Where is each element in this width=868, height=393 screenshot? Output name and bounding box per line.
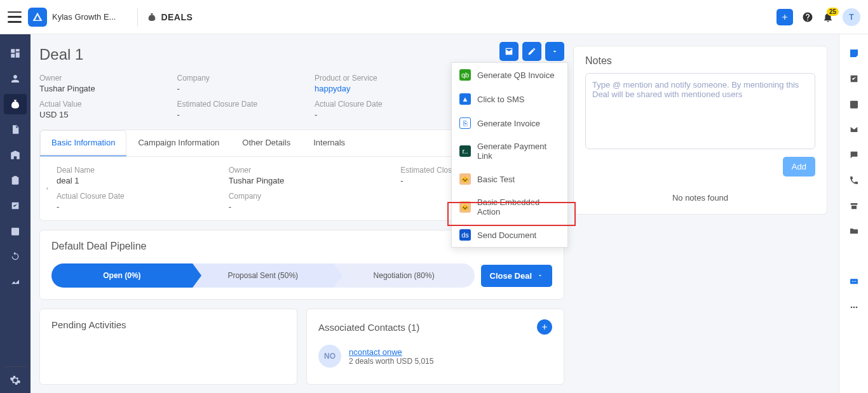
download-icon	[850, 252, 858, 261]
sidebar-dashboard[interactable]	[4, 43, 27, 63]
rs-chat[interactable]	[844, 145, 864, 165]
field-label: Company	[177, 74, 290, 83]
email-button[interactable]	[499, 42, 519, 61]
separator	[137, 8, 138, 26]
user-avatar[interactable]: T	[843, 8, 860, 26]
rs-email[interactable]	[844, 119, 864, 140]
pipeline-stage[interactable]: Open (0%)	[51, 263, 193, 288]
field-label: Actual Value	[39, 100, 152, 109]
caret-down-icon	[551, 48, 559, 55]
right-sidebar	[839, 34, 868, 393]
svg-point-4	[850, 307, 852, 309]
more-icon	[849, 302, 859, 312]
sidebar-documents[interactable]	[4, 119, 27, 140]
rs-sms[interactable]	[844, 272, 864, 292]
money-bag-icon	[147, 12, 157, 22]
dropdown-item-label: Send Document	[477, 230, 536, 240]
product-link[interactable]: happyday	[315, 84, 427, 93]
help-button[interactable]	[802, 11, 813, 23]
global-add-button[interactable]	[776, 9, 793, 25]
rs-call[interactable]	[844, 170, 864, 190]
field-value: -	[57, 202, 203, 211]
svg-point-3	[855, 281, 856, 283]
phone-icon	[849, 175, 859, 185]
checkbox-icon	[849, 74, 859, 84]
dropdown-item[interactable]: 🐱Basic Embedded Action	[452, 191, 567, 223]
pipeline-stage[interactable]: Proposal Sent (50%)	[193, 263, 334, 288]
brand-logo[interactable]	[28, 8, 47, 27]
edit-button[interactable]	[522, 42, 541, 61]
sidebar-clipboard[interactable]	[4, 170, 27, 190]
add-contact-button[interactable]	[537, 319, 552, 335]
contact-subtext: 2 deals worth USD 5,015	[349, 357, 433, 366]
dropdown-item-icon: ⎘	[459, 117, 471, 129]
notes-title: Notes	[574, 46, 827, 73]
sidebar-sync[interactable]	[4, 246, 27, 267]
field-label: Deal Name	[57, 166, 203, 175]
tab-prev-button[interactable]	[44, 183, 50, 194]
field-label: Estimated Closure Date	[177, 100, 290, 109]
hamburger-menu[interactable]	[8, 11, 22, 23]
dropdown-item[interactable]: 🐱Basic Test	[452, 167, 567, 191]
pipeline-stage[interactable]: Negotiation (80%)	[334, 263, 475, 288]
dropdown-item[interactable]: qbGenerate QB Invoice	[452, 63, 567, 87]
notifications-button[interactable]: 25	[822, 11, 834, 23]
file-icon	[10, 124, 20, 135]
rs-badge[interactable]	[844, 196, 864, 216]
field-label: Owner	[229, 166, 376, 175]
svg-point-2	[853, 281, 855, 283]
contact-name-link[interactable]: ncontact onwe	[349, 347, 433, 357]
money-bag-icon	[10, 98, 21, 110]
dropdown-item-icon: ▲	[459, 93, 471, 105]
chevron-left-icon	[44, 183, 50, 194]
rs-more[interactable]	[844, 297, 864, 317]
associated-contacts-title: Associated Contacts (1)	[318, 322, 419, 333]
folder-icon	[849, 226, 859, 236]
field-value: -	[315, 110, 427, 119]
dropdown-item[interactable]: dsSend Document	[452, 223, 567, 247]
building-icon	[10, 149, 21, 161]
notification-badge: 25	[827, 8, 839, 16]
sidebar-companies[interactable]	[4, 145, 27, 165]
tab-other-details[interactable]: Other Details	[231, 130, 302, 156]
caret-down-icon	[537, 272, 543, 279]
sidebar-contacts[interactable]	[4, 69, 27, 89]
breadcrumb[interactable]: DEALS	[147, 10, 193, 25]
rs-tasks[interactable]	[844, 69, 864, 89]
help-icon	[802, 11, 813, 23]
pencil-icon	[527, 47, 536, 56]
notes-add-button[interactable]: Add	[783, 157, 815, 177]
dropdown-item[interactable]: ▲Click to SMS	[452, 87, 567, 111]
pending-activities-title: Pending Activities	[40, 309, 297, 340]
sidebar-settings[interactable]	[4, 366, 27, 387]
dropdown-item-icon: qb	[459, 69, 471, 81]
sidebar-deals[interactable]	[4, 94, 27, 114]
more-actions-button[interactable]	[545, 42, 564, 61]
sidebar-reports[interactable]	[4, 272, 27, 292]
field-label: Company	[229, 192, 376, 201]
field-value: -	[177, 84, 290, 93]
email-icon	[849, 124, 859, 135]
notes-input[interactable]: Type @ mention and notify someone. By me…	[585, 73, 815, 149]
sidebar-tasks[interactable]	[4, 196, 27, 216]
dropdown-item-label: Basic Embedded Action	[477, 197, 560, 216]
svg-point-5	[853, 307, 855, 309]
calendar-icon	[849, 99, 859, 109]
field-value: Tushar Pingate	[39, 84, 152, 93]
pipeline-stages: Open (0%)Proposal Sent (50%)Negotiation …	[51, 263, 475, 288]
pending-activities-card: Pending Activities	[39, 309, 297, 385]
close-deal-button[interactable]: Close Deal	[481, 265, 552, 287]
tab-internals[interactable]: Internals	[302, 130, 356, 156]
field-value: USD 15	[39, 110, 152, 119]
rs-files[interactable]	[844, 221, 864, 241]
sidebar-calendar[interactable]	[4, 221, 27, 241]
rs-notes[interactable]	[844, 43, 864, 63]
dropdown-item[interactable]: r..Generate Payment Link	[452, 135, 567, 167]
rs-calendar[interactable]	[844, 94, 864, 114]
tab-campaign-information[interactable]: Campaign Information	[126, 130, 231, 156]
note-icon	[848, 48, 860, 59]
dropdown-item[interactable]: ⎘Generate Invoice	[452, 111, 567, 135]
rs-download[interactable]	[844, 246, 864, 267]
tab-basic-information[interactable]: Basic Information	[40, 130, 126, 156]
dashboard-icon	[10, 48, 21, 59]
